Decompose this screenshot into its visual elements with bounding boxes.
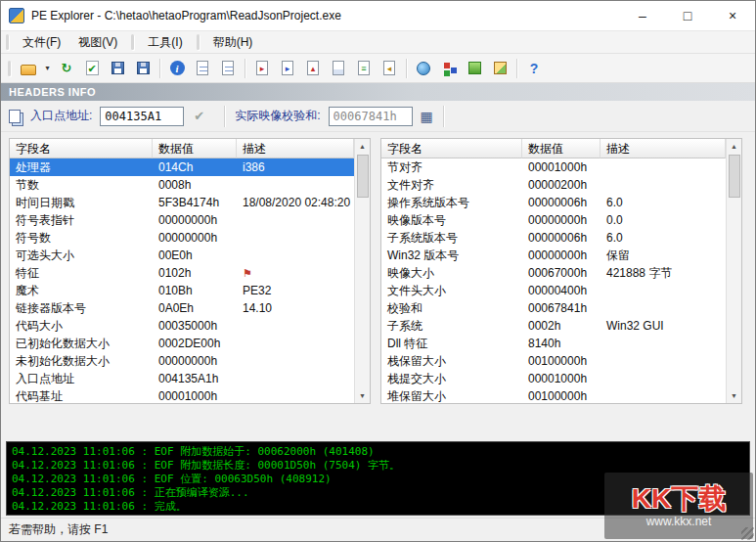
save-file-button[interactable] [106,57,129,80]
calculator-icon[interactable]: ▦ [421,109,433,124]
table-row[interactable]: 符号表指针00000000h [10,211,354,229]
import-view-button[interactable]: ▸ [276,57,299,80]
section-headers-button[interactable]: ≡ [352,57,376,80]
menu-item-view[interactable]: 视图(V) [69,31,126,54]
entry-point-input[interactable] [100,107,184,126]
table-row[interactable]: 可选头大小00E0h [10,247,354,264]
floppy-alt-icon [137,62,150,74]
dependency-scanner-button[interactable] [437,57,461,80]
refresh-icon: ↻ [59,61,74,76]
minimize-button[interactable]: – [620,1,665,30]
table-row[interactable]: 处理器014Chi386 [10,158,354,176]
table-row[interactable]: 已初始化数据大小0002DE00h [10,335,354,352]
info-circle-icon: i [170,61,185,75]
table-cell [237,317,354,335]
table-cell: 特征 [10,264,153,282]
headers-view-button[interactable] [191,57,214,80]
table-cell: 代码基址 [10,387,153,404]
menu-item-tools[interactable]: 工具(I) [139,31,191,54]
column-header[interactable]: 字段名 [10,139,153,158]
table-row[interactable]: 入口点地址004135A1h [10,370,354,387]
menu-item-file[interactable]: 文件(F) [14,31,69,54]
column-header[interactable]: 字段名 [381,139,522,158]
column-header[interactable]: 描述 [237,139,354,158]
title-bar: PE Explorer - C:\hetao\hetaoProgram\Read… [1,1,755,30]
table-cell [237,387,354,404]
table-row[interactable]: 堆保留大小00100000h [381,387,726,404]
table-row[interactable]: Win32 版本号00000000h保留 [381,247,726,264]
checksum-input[interactable] [329,107,413,126]
resource-viewer-button[interactable] [463,57,486,80]
table-row[interactable]: 操作系统版本号00000006h6.0 [381,194,726,211]
table-cell: 0A0Eh [153,299,237,317]
open-file-dropdown-button[interactable]: ▾ [42,57,53,80]
table-cell: 符号表指针 [10,211,153,229]
table-row[interactable]: 子系统版本号00000006h6.0 [381,229,726,247]
table-row[interactable]: 代码大小00035000h [10,317,354,335]
help-circle-icon: ? [526,61,542,76]
scroll-up-icon[interactable]: ▲ [355,139,370,154]
close-button[interactable]: × [710,1,755,30]
table-row[interactable]: 代码基址00001000h [10,387,354,404]
rebar-grip[interactable] [8,61,11,76]
scrollbar-thumb[interactable] [729,155,740,198]
table-row[interactable]: 映像大小00067000h421888 字节 [381,264,726,282]
table-row[interactable]: 节对齐00001000h [381,158,726,176]
reload-file-button[interactable]: ↻ [55,57,78,80]
validate-file-button[interactable]: ✔ [80,57,104,80]
directory-view-button[interactable] [216,57,240,80]
scroll-down-icon[interactable]: ▼ [355,388,370,403]
table-cell: 18/08/2020 02:48:20 [237,194,354,211]
table-cell: Win32 版本号 [381,247,522,264]
rebar-grip[interactable] [6,34,9,50]
table-row[interactable]: 特征0102h⚑ [10,264,354,282]
scrollbar-thumb[interactable] [357,155,369,198]
export-section-button[interactable]: ▸ [250,57,274,80]
table-cell: 未初始化数据大小 [10,352,153,370]
table-cell: 00100000h [522,352,600,370]
vertical-scrollbar[interactable]: ▲ ▼ [354,139,370,403]
scroll-down-icon[interactable]: ▼ [727,388,741,403]
resource-catalog-button[interactable] [327,57,350,80]
table-row[interactable]: 时间日期戳5F3B4174h18/08/2020 02:48:20 [10,194,354,211]
page-lines-alt-icon [222,61,234,75]
open-file-button[interactable] [17,57,40,80]
table-row[interactable]: 文件头大小00000400h [381,282,726,299]
rebar-grip[interactable] [131,34,134,50]
table-row[interactable]: 节数0008h [10,176,354,194]
page-arrow-in-icon: ▸ [282,61,293,75]
help-button[interactable]: ? [522,57,546,80]
table-cell [600,299,726,317]
table-row[interactable]: Dll 特征8140h [381,335,726,352]
file-info-button[interactable]: i [165,57,189,80]
table-row[interactable]: 符号数00000000h [10,229,354,247]
scroll-up-icon[interactable]: ▲ [727,139,741,154]
table-row[interactable]: 文件对齐00000200h [381,176,726,194]
vertical-scrollbar[interactable]: ▲ ▼ [726,139,741,403]
menu-item-help[interactable]: 帮助(H) [204,31,262,54]
column-header[interactable]: 描述 [600,139,726,158]
resource-editor-button[interactable] [488,57,511,80]
table-row[interactable]: 校验和00067841h [381,299,726,317]
disassembler-button[interactable] [412,57,435,80]
table-row[interactable]: 链接器版本号0A0Eh14.10 [10,299,354,317]
export-view-button[interactable]: ▴ [301,57,325,80]
table-row[interactable]: 栈提交大小00001000h [381,370,726,387]
copy-address-icon[interactable] [9,110,21,123]
divider [443,106,444,127]
table-body: 节对齐00001000h文件对齐00000200h操作系统版本号00000006… [381,158,726,404]
maximize-button[interactable]: □ [665,1,710,30]
table-row[interactable]: 子系统0002hWin32 GUI [381,317,726,335]
table-row[interactable]: 魔术010BhPE32 [10,282,354,299]
apply-check-icon[interactable]: ✔ [194,109,204,123]
column-header[interactable]: 数据值 [153,139,237,158]
table-row[interactable]: 映像版本号00000000h0.0 [381,211,726,229]
chevron-down-icon: ▾ [44,61,52,76]
rebar-grip[interactable] [197,34,200,50]
column-header[interactable]: 数据值 [522,139,600,158]
table-row[interactable]: 未初始化数据大小00000000h [10,352,354,370]
relocations-view-button[interactable]: ◂ [378,57,401,80]
table-row[interactable]: 栈保留大小00100000h [381,352,726,370]
log-line: 04.12.2023 11:01:06 : EOF 附加数据长度: 00001D… [12,459,744,473]
save-file-as-button[interactable] [131,57,155,80]
